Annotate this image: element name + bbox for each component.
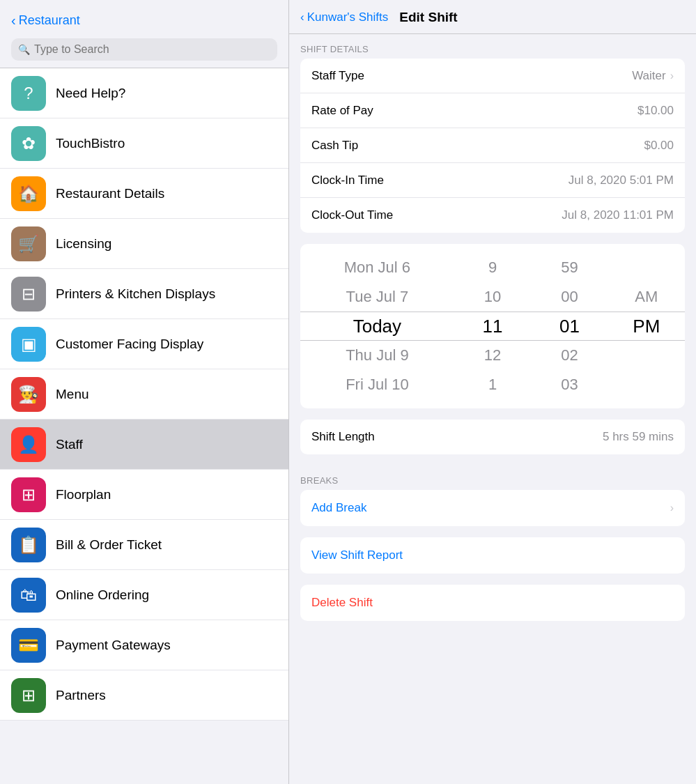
row-value-3: Jul 8, 2020 5:01 PM	[569, 174, 674, 187]
minute-picker-column[interactable]: 58590001020304	[531, 249, 608, 403]
sidebar-item-touchbistro-label: TouchBistro	[56, 136, 125, 151]
sidebar-item-online-ordering-label: Online Ordering	[56, 587, 149, 603]
main-panel: ‹ Kunwar's Shifts Edit Shift SHIFT DETAI…	[289, 0, 696, 784]
minute-picker-item[interactable]: 01	[531, 312, 608, 341]
sidebar-item-payment-gateways[interactable]: 💳Payment Gateways	[0, 620, 288, 670]
row-value-4: Jul 8, 2020 11:01 PM	[562, 208, 674, 222]
sidebar-item-licensing[interactable]: 🛒Licensing	[0, 219, 288, 269]
sidebar-item-floorplan-label: Floorplan	[56, 487, 111, 502]
view-shift-report-button[interactable]: View Shift Report	[300, 537, 685, 574]
row-value-1: $10.00	[637, 104, 674, 118]
online-ordering-icon: 🛍	[11, 578, 46, 613]
shift-length-card: Shift Length 5 hrs 59 mins	[300, 420, 685, 454]
sidebar-item-staff[interactable]: 👤Staff	[0, 420, 288, 470]
page-title: Edit Shift	[399, 10, 457, 25]
chevron-right-icon: ›	[670, 502, 674, 514]
sidebar-item-staff-label: Staff	[56, 437, 83, 452]
breaks-section-label: BREAKS	[289, 466, 696, 490]
staff-icon: 👤	[11, 427, 46, 462]
sidebar-header: ‹ Restaurant 🔍	[0, 0, 288, 68]
sidebar-item-restaurant-details[interactable]: 🏠Restaurant Details	[0, 169, 288, 219]
minute-picker-item[interactable]: 59	[531, 253, 608, 282]
sidebar-item-printers[interactable]: ⊟Printers & Kitchen Displays	[0, 269, 288, 319]
sidebar-item-bill-order-label: Bill & Order Ticket	[56, 537, 162, 553]
ampm-picker-item[interactable]: PM	[608, 312, 685, 341]
shift-length-row: Shift Length 5 hrs 59 mins	[300, 420, 685, 454]
date-picker-item[interactable]: Fri Jul 10	[300, 370, 454, 399]
minute-picker-item[interactable]: 00	[531, 282, 608, 312]
ampm-picker-item[interactable]	[608, 341, 685, 370]
date-picker-item[interactable]: Thu Jul 9	[300, 341, 454, 370]
hour-picker-item[interactable]: 11	[454, 312, 531, 341]
back-label: Restaurant	[19, 13, 80, 28]
row-label-4: Clock-Out Time	[311, 208, 393, 222]
sidebar-item-bill-order[interactable]: 📋Bill & Order Ticket	[0, 520, 288, 570]
sidebar-item-partners[interactable]: ⊞Partners	[0, 670, 288, 721]
payment-gateways-icon: 💳	[11, 628, 46, 663]
sidebar-item-online-ordering[interactable]: 🛍Online Ordering	[0, 570, 288, 620]
row-value-0: Waiter›	[632, 69, 674, 83]
shift-length-value: 5 hrs 59 mins	[603, 430, 674, 444]
printers-icon: ⊟	[11, 277, 46, 312]
touchbistro-icon: ✿	[11, 126, 46, 161]
sidebar-item-need-help[interactable]: ?Need Help?	[0, 68, 288, 118]
time-picker[interactable]: Sun Jul 5Mon Jul 6Tue Jul 7TodayThu Jul …	[300, 249, 685, 403]
ampm-picker-item[interactable]	[608, 370, 685, 399]
customer-facing-icon: ▣	[11, 327, 46, 362]
back-to-shifts-button[interactable]: ‹ Kunwar's Shifts	[300, 10, 388, 24]
row-label-1: Rate of Pay	[311, 104, 373, 118]
sidebar-item-need-help-label: Need Help?	[56, 86, 125, 101]
date-picker-item[interactable]: Sun Jul 5	[300, 249, 454, 253]
hour-picker-item[interactable]: 9	[454, 253, 531, 282]
date-picker-item[interactable]: Sat Jul 11	[300, 399, 454, 403]
ampm-picker-column[interactable]: AMPM	[608, 249, 685, 403]
hour-picker-item[interactable]: 12	[454, 341, 531, 370]
delete-shift-button[interactable]: Delete Shift	[300, 585, 685, 621]
bill-order-icon: 📋	[11, 528, 46, 562]
shift-length-label: Shift Length	[311, 430, 375, 444]
date-picker-item[interactable]: Tue Jul 7	[300, 282, 454, 312]
minute-picker-item[interactable]: 04	[531, 399, 608, 403]
hour-picker-item[interactable]: 2	[454, 399, 531, 403]
breaks-card[interactable]: Add Break ›	[300, 490, 685, 526]
search-input[interactable]	[34, 43, 270, 56]
date-picker-item[interactable]: Mon Jul 6	[300, 253, 454, 282]
hour-picker-item[interactable]: 10	[454, 282, 531, 312]
ampm-picker-item[interactable]: AM	[608, 282, 685, 312]
hour-picker-item[interactable]: 1	[454, 370, 531, 399]
sidebar-item-menu[interactable]: 👨‍🍳Menu	[0, 369, 288, 420]
hour-picker-item[interactable]: 8	[454, 249, 531, 253]
shift-details-section-label: SHIFT DETAILS	[289, 34, 696, 59]
delete-label: Delete Shift	[311, 596, 373, 609]
main-header: ‹ Kunwar's Shifts Edit Shift	[289, 0, 696, 34]
sidebar: ‹ Restaurant 🔍 ?Need Help?✿TouchBistro🏠R…	[0, 0, 289, 784]
sidebar-item-touchbistro[interactable]: ✿TouchBistro	[0, 118, 288, 169]
shift-row-3: Clock-In TimeJul 8, 2020 5:01 PM	[300, 163, 685, 198]
date-picker-item[interactable]: Today	[300, 312, 454, 341]
add-break-row[interactable]: Add Break ›	[300, 490, 685, 526]
minute-picker-item[interactable]: 58	[531, 249, 608, 253]
sidebar-item-customer-facing[interactable]: ▣Customer Facing Display	[0, 319, 288, 369]
shift-row-2: Cash Tip$0.00	[300, 128, 685, 163]
menu-icon: 👨‍🍳	[11, 377, 46, 412]
sidebar-item-floorplan[interactable]: ⊞Floorplan	[0, 470, 288, 520]
minute-picker-item[interactable]: 02	[531, 341, 608, 370]
back-to-restaurant-button[interactable]: ‹ Restaurant	[11, 10, 80, 31]
row-value-2: $0.00	[644, 139, 674, 153]
ampm-picker-item[interactable]	[608, 399, 685, 403]
licensing-icon: 🛒	[11, 226, 46, 261]
back-chevron-icon: ‹	[11, 13, 16, 29]
shift-row-1: Rate of Pay$10.00	[300, 93, 685, 128]
shift-row-0[interactable]: Staff TypeWaiter›	[300, 59, 685, 93]
ampm-picker-item[interactable]	[608, 253, 685, 282]
sidebar-item-restaurant-details-label: Restaurant Details	[56, 186, 164, 201]
add-break-label: Add Break	[311, 501, 366, 515]
partners-icon: ⊞	[11, 678, 46, 713]
sidebar-item-customer-facing-label: Customer Facing Display	[56, 337, 203, 352]
hour-picker-column[interactable]: 8910111212	[454, 249, 531, 403]
sidebar-list: ?Need Help?✿TouchBistro🏠Restaurant Detai…	[0, 68, 288, 784]
time-picker-container[interactable]: Sun Jul 5Mon Jul 6Tue Jul 7TodayThu Jul …	[300, 244, 685, 408]
restaurant-details-icon: 🏠	[11, 176, 46, 211]
date-picker-column[interactable]: Sun Jul 5Mon Jul 6Tue Jul 7TodayThu Jul …	[300, 249, 454, 403]
minute-picker-item[interactable]: 03	[531, 370, 608, 399]
